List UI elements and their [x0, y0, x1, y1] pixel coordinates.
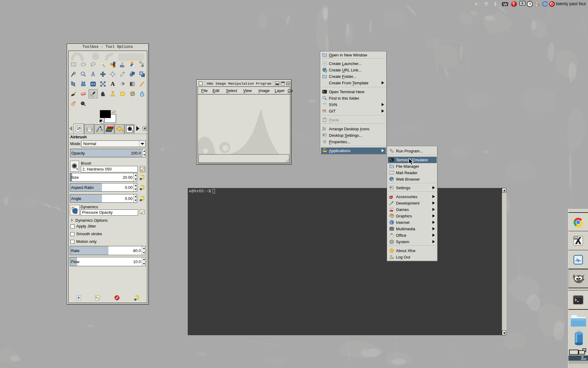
svg-text:A: A	[111, 81, 115, 87]
svg-text:64: 64	[574, 237, 577, 240]
